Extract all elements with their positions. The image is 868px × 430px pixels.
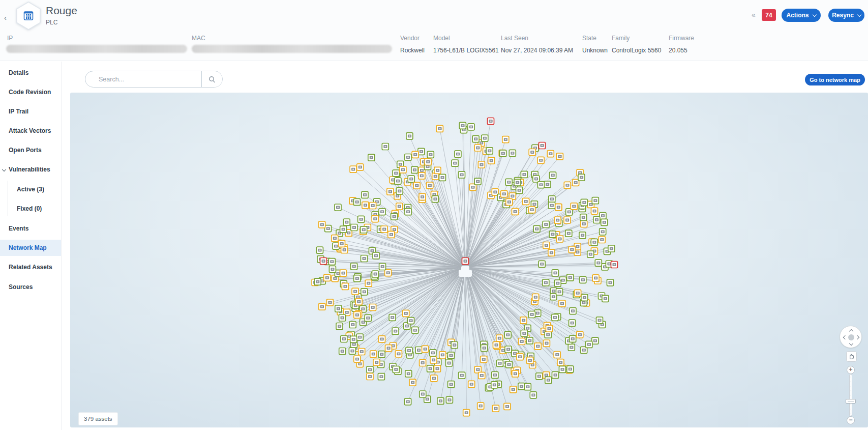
asset-node[interactable]: [591, 239, 597, 245]
asset-node[interactable]: [427, 182, 433, 189]
asset-node[interactable]: [422, 346, 429, 352]
asset-node[interactable]: [493, 341, 500, 348]
asset-node[interactable]: [569, 320, 576, 326]
asset-node[interactable]: [587, 251, 594, 257]
asset-node[interactable]: [368, 154, 375, 161]
asset-node[interactable]: [505, 179, 512, 185]
asset-node[interactable]: [552, 314, 558, 321]
asset-node[interactable]: [439, 174, 446, 181]
asset-node[interactable]: [379, 209, 385, 215]
asset-node[interactable]: [474, 145, 481, 151]
asset-node[interactable]: [403, 310, 409, 317]
asset-node[interactable]: [578, 174, 585, 181]
asset-node[interactable]: [437, 397, 444, 404]
asset-node[interactable]: [581, 221, 587, 227]
asset-node[interactable]: [549, 196, 555, 203]
asset-node[interactable]: [556, 236, 563, 242]
asset-node[interactable]: [365, 314, 371, 321]
asset-node[interactable]: [478, 161, 485, 168]
sidebar-item-details[interactable]: Details: [0, 67, 61, 79]
asset-node[interactable]: [361, 255, 368, 262]
asset-node[interactable]: [496, 360, 503, 366]
asset-node[interactable]: [314, 278, 321, 285]
asset-node[interactable]: [357, 164, 364, 170]
asset-node[interactable]: [379, 336, 385, 342]
actions-button[interactable]: Actions: [782, 9, 821, 22]
asset-node[interactable]: [537, 157, 544, 163]
asset-node[interactable]: [393, 170, 399, 177]
asset-node[interactable]: [504, 332, 511, 338]
sidebar-item-attack-vectors[interactable]: Attack Vectors: [0, 125, 61, 137]
asset-node[interactable]: [408, 318, 414, 324]
asset-node[interactable]: [336, 323, 343, 330]
asset-node[interactable]: [434, 167, 441, 174]
asset-node[interactable]: [488, 157, 495, 164]
asset-node[interactable]: [362, 202, 369, 209]
asset-node[interactable]: [529, 149, 535, 156]
asset-node[interactable]: [372, 271, 379, 277]
asset-node[interactable]: [354, 356, 361, 362]
asset-node[interactable]: [319, 221, 325, 228]
asset-node[interactable]: [549, 231, 556, 238]
pan-pad[interactable]: [840, 326, 862, 348]
asset-node[interactable]: [491, 382, 498, 388]
asset-node[interactable]: [434, 365, 441, 372]
asset-node[interactable]: [598, 237, 605, 243]
asset-node[interactable]: [523, 198, 529, 205]
asset-node[interactable]: [591, 208, 598, 214]
asset-node[interactable]: [319, 303, 325, 310]
asset-node[interactable]: [568, 246, 575, 253]
asset-node[interactable]: [324, 274, 331, 281]
asset-node[interactable]: [459, 372, 465, 379]
asset-node[interactable]: [378, 351, 385, 358]
asset-node[interactable]: [543, 340, 550, 347]
asset-node[interactable]: [500, 150, 506, 157]
asset-node[interactable]: [396, 203, 403, 210]
asset-node[interactable]: [418, 173, 425, 179]
asset-node[interactable]: [545, 377, 552, 383]
asset-node[interactable]: [406, 347, 412, 354]
asset-node[interactable]: [365, 280, 372, 286]
asset-node[interactable]: [608, 245, 615, 252]
asset-node[interactable]: [405, 154, 411, 161]
asset-node[interactable]: [332, 235, 338, 242]
asset-node[interactable]: [478, 372, 485, 379]
asset-node[interactable]: [361, 226, 367, 233]
asset-node[interactable]: [506, 198, 513, 205]
sidebar-item-open-ports[interactable]: Open Ports: [0, 144, 61, 156]
asset-node[interactable]: [446, 396, 453, 403]
asset-node[interactable]: [395, 178, 401, 184]
asset-node[interactable]: [349, 348, 355, 354]
asset-node[interactable]: [350, 166, 356, 173]
resync-button[interactable]: Resync: [828, 9, 864, 22]
asset-node[interactable]: [509, 150, 516, 156]
asset-node[interactable]: [354, 275, 361, 282]
asset-node[interactable]: [571, 203, 577, 210]
asset-node[interactable]: [529, 311, 535, 318]
asset-node[interactable]: [504, 403, 511, 410]
asset-node[interactable]: [595, 260, 602, 266]
asset-node[interactable]: [420, 360, 426, 366]
pan-mode-button[interactable]: [846, 351, 857, 362]
asset-node[interactable]: [556, 153, 563, 160]
asset-node[interactable]: [415, 347, 422, 354]
asset-node[interactable]: [596, 317, 603, 324]
pan-center-dot[interactable]: [848, 334, 854, 340]
asset-node[interactable]: [316, 247, 323, 253]
asset-node[interactable]: [547, 151, 554, 157]
sidebar-item-events[interactable]: Events: [0, 222, 61, 235]
asset-node[interactable]: [580, 276, 586, 283]
asset-node[interactable]: [592, 275, 599, 281]
sidebar-item-vuln-fixed[interactable]: Fixed (0): [0, 203, 61, 215]
asset-node[interactable]: [611, 262, 618, 268]
asset-node[interactable]: [481, 356, 487, 363]
asset-node[interactable]: [341, 247, 348, 253]
asset-node[interactable]: [602, 295, 609, 302]
asset-node[interactable]: [362, 191, 368, 198]
asset-node[interactable]: [358, 349, 365, 355]
asset-node[interactable]: [548, 249, 555, 256]
asset-node[interactable]: [409, 379, 416, 386]
asset-node[interactable]: [559, 366, 566, 372]
asset-node[interactable]: [339, 240, 345, 247]
asset-node[interactable]: [586, 341, 592, 348]
